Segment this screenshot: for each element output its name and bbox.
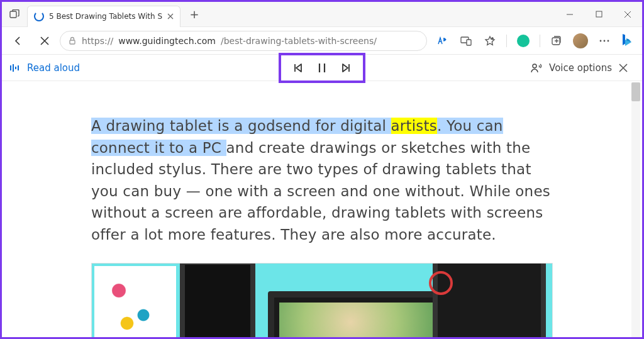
url-scheme: https://	[82, 36, 113, 46]
grammarly-extension[interactable]	[512, 30, 535, 52]
tab-title: 5 Best Drawing Tablets With Scre	[49, 12, 162, 21]
svg-rect-2	[70, 40, 75, 44]
browser-toolbar: https://www.guidingtech.com/best-drawing…	[2, 27, 642, 55]
url-host: www.guidingtech.com	[118, 36, 216, 46]
bing-button[interactable]	[617, 31, 637, 51]
loading-spinner-icon	[34, 11, 44, 21]
new-tab-button[interactable]: +	[184, 4, 204, 25]
window-controls	[555, 2, 642, 27]
window-titlebar: 5 Best Drawing Tablets With Scre +	[2, 2, 642, 27]
tab-close-button[interactable]	[167, 13, 174, 19]
vertical-scrollbar[interactable]	[631, 82, 640, 338]
read-aloud-icon	[9, 63, 21, 73]
back-button[interactable]	[7, 30, 30, 52]
voice-options-label: Voice options	[549, 62, 612, 74]
close-read-aloud-button[interactable]	[612, 57, 635, 79]
maximize-button[interactable]	[584, 2, 613, 27]
tab-manager-button[interactable]	[2, 2, 27, 27]
svg-rect-0	[10, 11, 16, 18]
pause-button[interactable]	[310, 58, 334, 78]
favorites-button[interactable]	[479, 30, 501, 52]
read-aloud-button[interactable]: Read aloud	[9, 62, 80, 74]
browser-tab[interactable]: 5 Best Drawing Tablets With Scre	[27, 6, 180, 27]
tablet-device	[180, 263, 255, 339]
previous-button[interactable]	[286, 58, 310, 78]
close-window-button[interactable]	[613, 2, 642, 27]
svg-point-9	[608, 40, 609, 42]
more-button[interactable]	[593, 30, 616, 52]
voice-options-button[interactable]: Voice options	[530, 62, 612, 74]
avatar-icon	[573, 33, 588, 48]
svg-point-10	[533, 64, 536, 68]
profile-button[interactable]	[569, 30, 592, 52]
playback-controls	[279, 53, 365, 83]
article-hero-image	[91, 263, 553, 339]
url-path: /best-drawing-tablets-with-screens/	[221, 36, 377, 46]
svg-text:»: »	[443, 37, 446, 42]
next-button[interactable]	[334, 58, 358, 78]
toolbar-divider	[540, 35, 540, 47]
collections-button[interactable]	[545, 30, 568, 52]
voice-icon	[530, 62, 543, 74]
scrollbar-thumb[interactable]	[631, 82, 640, 101]
svg-point-7	[600, 40, 602, 42]
reading-mode-button[interactable]: »	[431, 30, 453, 52]
svg-rect-1	[596, 11, 602, 17]
tts-current-word: artists	[391, 118, 437, 134]
read-aloud-bar: Read aloud Voice options	[2, 55, 642, 81]
address-bar[interactable]: https://www.guidingtech.com/best-drawing…	[60, 31, 427, 51]
decorative-art	[94, 266, 176, 339]
svg-point-8	[604, 40, 606, 42]
tablet-device	[433, 263, 546, 339]
read-aloud-label: Read aloud	[27, 62, 80, 74]
toolbar-divider	[506, 35, 507, 47]
page-content: A drawing tablet is a godsend for digita…	[2, 81, 642, 339]
send-to-device-button[interactable]	[455, 30, 477, 52]
svg-rect-5	[467, 40, 471, 45]
lock-icon	[68, 36, 77, 45]
tts-read-text: A drawing tablet is a godsend for digita…	[91, 118, 391, 134]
article-paragraph: A drawing tablet is a godsend for digita…	[91, 115, 553, 245]
minimize-button[interactable]	[555, 2, 584, 27]
grammarly-icon	[517, 35, 530, 47]
stop-button[interactable]	[33, 30, 56, 52]
